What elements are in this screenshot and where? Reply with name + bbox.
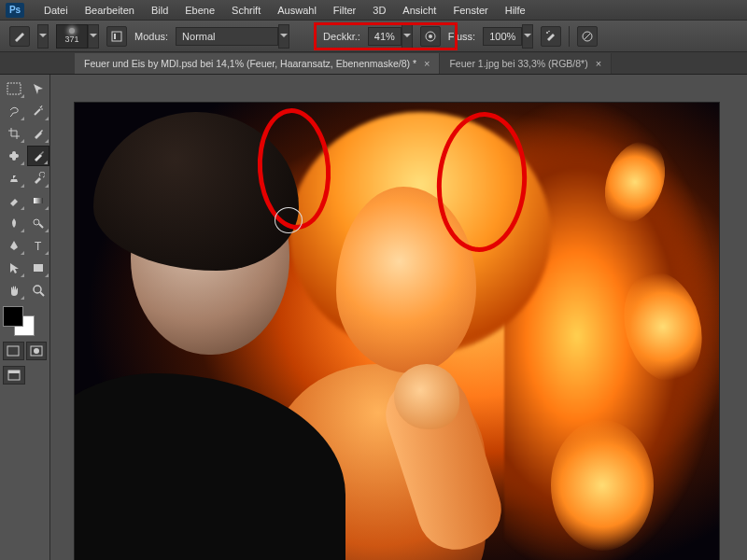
eraser-tool[interactable]	[3, 190, 25, 211]
blend-mode-value: Normal	[182, 31, 215, 42]
opacity-arrow[interactable]	[402, 24, 413, 49]
blend-mode-select[interactable]: Normal	[176, 24, 289, 49]
clone-stamp-tool[interactable]	[3, 168, 25, 189]
svg-point-4	[546, 32, 548, 34]
menu-bearbeiten[interactable]: Bearbeiten	[77, 2, 143, 19]
svg-rect-0	[112, 32, 121, 41]
svg-point-11	[34, 219, 39, 225]
magic-wand-tool[interactable]	[27, 101, 49, 121]
blend-mode-arrow[interactable]	[278, 24, 289, 49]
menu-3d[interactable]: 3D	[364, 2, 394, 19]
crop-tool[interactable]	[3, 123, 25, 144]
menu-bild[interactable]: Bild	[143, 2, 176, 19]
rect-marquee-tool[interactable]	[3, 78, 25, 99]
app-logo: Ps	[6, 3, 24, 18]
screen-mode-button[interactable]	[3, 366, 25, 385]
document-tab[interactable]: Feuer 1.jpg bei 33,3% (RGB/8*) ×	[440, 53, 612, 74]
hand-tool[interactable]	[3, 280, 25, 301]
menu-filter[interactable]: Filter	[325, 2, 364, 19]
airbrush-toggle[interactable]	[541, 26, 561, 47]
rectangle-shape-tool[interactable]	[27, 258, 49, 278]
mode-label: Modus:	[134, 31, 168, 42]
document-tab-bar: Feuer und Eis by MDI.psd bei 14,1% (Feue…	[0, 52, 747, 75]
type-tool[interactable]: T	[27, 235, 49, 256]
close-icon[interactable]: ×	[596, 58, 601, 69]
svg-point-5	[549, 30, 551, 32]
svg-point-3	[429, 35, 432, 38]
brush-panel-toggle[interactable]	[106, 26, 127, 47]
color-swatches[interactable]	[3, 306, 40, 336]
menu-ebene[interactable]: Ebene	[176, 2, 223, 19]
flow-label: Fluss:	[448, 31, 475, 42]
toolbox: T	[0, 75, 50, 560]
opacity-label: Deckkr.:	[323, 31, 360, 42]
svg-text:T: T	[35, 240, 42, 252]
document-tab-title: Feuer und Eis by MDI.psd bei 14,1% (Feue…	[84, 58, 416, 69]
healing-brush-tool[interactable]	[3, 146, 25, 166]
brush-tool[interactable]	[27, 146, 49, 166]
document-tab-title: Feuer 1.jpg bei 33,3% (RGB/8*)	[449, 58, 587, 69]
tool-preset-arrow[interactable]	[37, 24, 49, 49]
svg-rect-1	[114, 34, 116, 39]
menu-schrift[interactable]: Schrift	[223, 2, 269, 19]
brush-cursor	[275, 207, 303, 233]
svg-rect-9	[12, 151, 16, 161]
menu-auswahl[interactable]: Auswahl	[269, 2, 325, 19]
history-brush-tool[interactable]	[27, 168, 49, 189]
menu-datei[interactable]: Datei	[35, 2, 77, 19]
flow-arrow[interactable]	[522, 24, 533, 49]
zoom-tool[interactable]	[27, 280, 49, 301]
document-canvas[interactable]	[75, 103, 719, 560]
gradient-tool[interactable]	[27, 190, 49, 211]
canvas-viewport[interactable]	[50, 75, 747, 560]
menu-bar: Ps Datei Bearbeiten Bild Ebene Schrift A…	[0, 0, 747, 21]
svg-rect-7	[7, 83, 21, 94]
path-select-tool[interactable]	[3, 258, 25, 278]
menu-ansicht[interactable]: Ansicht	[394, 2, 444, 19]
menu-fenster[interactable]: Fenster	[444, 2, 496, 19]
svg-point-14	[34, 286, 41, 293]
flow-value: 100%	[489, 31, 515, 42]
tool-preset-picker[interactable]	[9, 26, 30, 47]
quickmask-mode-button[interactable]	[26, 342, 48, 360]
separator	[569, 26, 570, 47]
svg-rect-19	[8, 371, 20, 373]
menu-hilfe[interactable]: Hilfe	[497, 2, 534, 19]
svg-point-17	[34, 348, 39, 354]
opacity-field[interactable]: 41%	[368, 24, 413, 49]
brush-dot-icon	[69, 28, 75, 34]
document-tab[interactable]: Feuer und Eis by MDI.psd bei 14,1% (Feue…	[75, 53, 440, 74]
main-area: T	[0, 75, 747, 560]
foreground-color-swatch[interactable]	[3, 306, 23, 327]
flow-field[interactable]: 100%	[483, 24, 533, 49]
lasso-tool[interactable]	[3, 101, 25, 121]
pen-tool[interactable]	[3, 235, 25, 256]
eyedropper-tool[interactable]	[27, 123, 49, 144]
brush-picker[interactable]: 371	[56, 24, 99, 49]
dodge-tool[interactable]	[27, 213, 49, 233]
brush-picker-arrow[interactable]	[88, 24, 99, 49]
options-bar: 371 Modus: Normal Deckkr.: 41% Fluss: 10…	[0, 21, 747, 52]
svg-rect-13	[34, 264, 43, 272]
svg-rect-15	[7, 346, 19, 356]
close-icon[interactable]: ×	[424, 58, 430, 69]
blur-tool[interactable]	[3, 213, 25, 233]
opacity-value: 41%	[374, 31, 395, 42]
svg-rect-10	[34, 198, 43, 203]
pressure-size-toggle[interactable]	[577, 26, 598, 47]
move-tool[interactable]	[27, 78, 49, 99]
brush-size-value: 371	[64, 35, 78, 44]
pressure-opacity-toggle[interactable]	[420, 26, 441, 47]
standard-mode-button[interactable]	[3, 342, 24, 360]
